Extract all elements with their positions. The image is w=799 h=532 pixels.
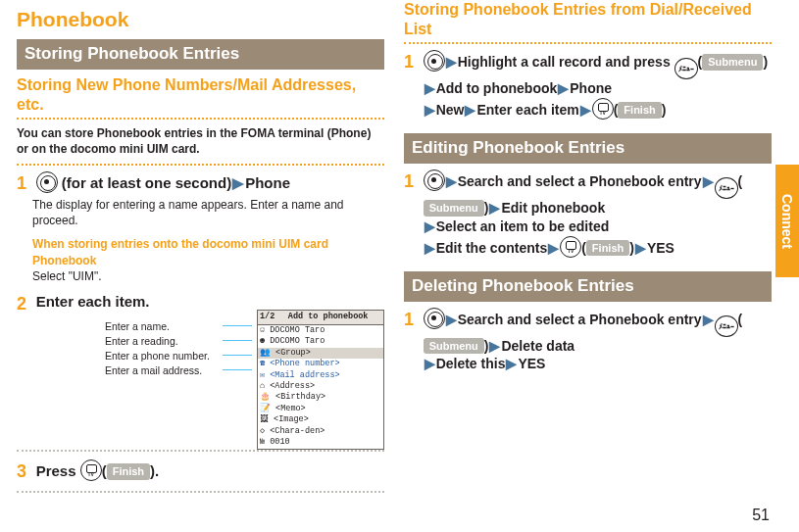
arrow-icon: ▶ — [506, 355, 517, 373]
arrow-icon: ▶ — [703, 172, 714, 191]
text: Search and select a Phonebook entry — [458, 312, 702, 327]
arrow-icon: ▶ — [446, 311, 457, 329]
arrow-icon: ▶ — [580, 101, 591, 120]
menu-key-icon: ﾒﾆｭｰ — [715, 177, 738, 199]
step-number: 1 — [404, 50, 420, 73]
text: Select an item to be edited — [436, 218, 610, 234]
step-number: 1 — [404, 308, 420, 331]
arrow-icon: ▶ — [424, 79, 435, 98]
step-2: 2 Enter each item. Enter a name. Enter a… — [17, 292, 384, 442]
annot-mail: Enter a mail address. — [105, 363, 210, 378]
arrow-icon: ▶ — [489, 337, 500, 356]
step1-note: The display for entering a name appears.… — [32, 197, 384, 228]
nav-key-icon — [36, 171, 58, 193]
annot-name: Enter a name. — [105, 319, 210, 334]
mock-row: ◇ <Chara-den> — [258, 426, 383, 437]
paren: ( — [738, 312, 743, 327]
arrow-icon: ▶ — [548, 239, 559, 258]
annot-reading: Enter a reading. — [105, 334, 210, 349]
mock-title: 1/2Add to phonebook — [258, 311, 383, 324]
paren: ( — [738, 173, 743, 189]
text: Edit phonebook — [501, 200, 605, 216]
mock-row: ✉ <Mail address> — [258, 370, 383, 381]
mock-row: № 0010 — [258, 437, 383, 448]
camera-key-icon — [592, 98, 614, 120]
nav-key-icon — [424, 50, 445, 72]
submenu-pill: Submenu — [424, 338, 484, 355]
mock-screen: 1/2Add to phonebook ☺ DOCOMO Taro ☻ DOCO… — [257, 310, 384, 450]
text: Enter each item — [476, 102, 578, 118]
text: Search and select a Phonebook entry — [458, 173, 702, 189]
arrow-icon: ▶ — [446, 172, 457, 191]
text: Highlight a call record and press — [458, 54, 674, 70]
subsection-bar-deleting: Deleting Phonebook Entries — [404, 271, 772, 302]
divider — [17, 450, 384, 452]
paren: ) — [763, 54, 768, 70]
text: Delete data — [501, 338, 574, 354]
section-title: Phonebook — [17, 6, 384, 33]
mock-row: ☺ DOCOMO Taro — [258, 325, 383, 336]
arrow-icon: ▶ — [446, 53, 457, 72]
paren: ) — [662, 102, 667, 118]
mock-row: ☎ <Phone number> — [258, 359, 383, 369]
arrow-icon: ▶ — [558, 79, 569, 98]
nav-key-icon — [424, 308, 445, 329]
mock-row: ☻ DOCOMO Taro — [258, 336, 383, 347]
heading-store-from-list: Storing Phonebook Entries from Dial/Rece… — [404, 0, 772, 44]
subsection-bar-editing: Editing Phonebook Entries — [404, 133, 772, 164]
arrow-icon: ▶ — [703, 311, 714, 329]
nav-key-icon — [424, 169, 445, 191]
text: Edit the contents — [436, 240, 548, 256]
arrow-icon: ▶ — [232, 173, 244, 193]
finish-pill: Finish — [107, 463, 150, 480]
step-1: 1 (for at least one second)▶Phone The di… — [17, 171, 384, 284]
text: Add to phonebook — [436, 80, 558, 96]
text: YES — [518, 356, 545, 371]
step1-subtitle: When storing entries onto the docomo min… — [32, 236, 384, 267]
step1-text: (for at least one second) — [58, 174, 232, 191]
subsection-bar-storing: Storing Phonebook Entries — [17, 39, 384, 70]
text: YES — [647, 240, 674, 256]
side-tab-connect: Connect — [775, 165, 799, 277]
mock-row: 🎂 <Birthday> — [258, 392, 383, 403]
right-step-3: 1 ▶Search and select a Phonebook entry▶ﾒ… — [404, 308, 772, 374]
paren-close: ). — [150, 462, 159, 479]
camera-key-icon — [560, 236, 581, 258]
right-step-2: 1 ▶Search and select a Phonebook entry▶ﾒ… — [404, 169, 772, 258]
menu-key-icon: ﾒﾆｭｰ — [715, 315, 738, 337]
step-number: 3 — [17, 459, 32, 483]
finish-pill: Finish — [618, 102, 661, 119]
finish-pill: Finish — [586, 240, 629, 257]
step1-target: Phone — [245, 174, 290, 191]
step3-press: Press — [36, 462, 80, 479]
text: Delete this — [436, 356, 506, 371]
submenu-pill: Submenu — [424, 200, 484, 217]
step-number: 2 — [17, 292, 32, 315]
arrow-icon: ▶ — [635, 239, 646, 258]
divider — [17, 491, 384, 493]
camera-key-icon — [80, 459, 102, 481]
page-number: 51 — [752, 505, 770, 526]
paren: ) — [629, 240, 634, 256]
text: New — [436, 102, 465, 118]
annot-phone: Enter a phone number. — [105, 349, 210, 363]
mock-row: 📝 <Memo> — [258, 404, 383, 414]
arrow-icon: ▶ — [424, 239, 435, 258]
step-number: 1 — [404, 169, 420, 193]
arrow-icon: ▶ — [424, 355, 435, 373]
intro-text: You can store Phonebook entries in the F… — [17, 125, 384, 165]
paren: ) — [484, 338, 489, 354]
arrow-icon: ▶ — [424, 218, 435, 236]
heading-storing-new: Storing New Phone Numbers/Mail Addresses… — [17, 75, 384, 120]
right-step-1: 1 ▶Highlight a call record and press ﾒﾆｭ… — [404, 50, 772, 120]
submenu-pill: Submenu — [702, 54, 763, 71]
text: Phone — [570, 80, 612, 96]
mock-row: ⌂ <Address> — [258, 381, 383, 392]
mock-row: 🖼 <Image> — [258, 414, 383, 425]
arrow-icon: ▶ — [424, 101, 435, 120]
menu-key-icon: ﾒﾆｭｰ — [674, 58, 698, 79]
arrow-icon: ▶ — [465, 101, 475, 120]
step1-subtext: Select "UIM". — [32, 268, 384, 284]
annotated-screenshot: Enter a name. Enter a reading. Enter a p… — [105, 319, 384, 442]
paren-open: ( — [102, 462, 107, 479]
